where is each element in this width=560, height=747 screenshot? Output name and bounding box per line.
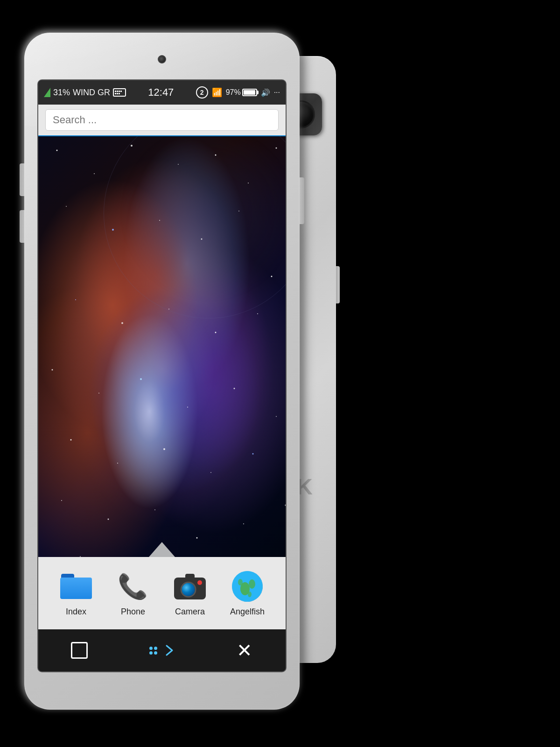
svg-point-34 [285, 505, 286, 506]
app-item-angelfish[interactable]: Angelfish [230, 570, 265, 617]
nav-launcher-button[interactable] [149, 637, 175, 663]
battery-container: 97% [226, 88, 257, 97]
power-button[interactable] [300, 177, 304, 224]
battery-percent: 97% [226, 88, 241, 97]
phone-handset-icon: 📞 [118, 572, 148, 601]
svg-point-30 [108, 519, 109, 520]
svg-point-32 [196, 537, 198, 539]
phone-dial-icon: 📞 [116, 570, 150, 603]
camera-icon-container [174, 574, 206, 599]
app-item-phone[interactable]: 📞 Phone [116, 570, 150, 617]
svg-point-13 [75, 299, 76, 300]
nav-home-button[interactable] [66, 637, 92, 663]
app-drawer-button[interactable] [149, 542, 175, 557]
folder-icon [60, 574, 92, 599]
phone-front: 31% WIND GR 12:47 2 📶 97% [24, 33, 300, 710]
svg-point-43 [238, 579, 243, 585]
notification-badge: 2 [196, 86, 208, 99]
search-bar-container [38, 105, 286, 136]
overflow-menu-icon: ··· [274, 88, 280, 97]
launcher-dots-icon [149, 647, 157, 655]
search-input[interactable] [45, 109, 279, 131]
status-right: 2 📶 97% 🔊 ··· [196, 86, 280, 99]
volume-down-button[interactable] [20, 210, 24, 243]
svg-point-31 [154, 509, 155, 510]
front-camera-icon [158, 55, 166, 63]
battery-icon [242, 89, 257, 96]
wallpaper [38, 136, 286, 559]
globe-icon [232, 571, 263, 602]
app-label-index: Index [66, 607, 86, 617]
app-label-angelfish: Angelfish [230, 607, 265, 617]
svg-point-33 [243, 523, 244, 524]
svg-point-7 [66, 206, 67, 207]
svg-point-28 [252, 453, 254, 455]
wifi-icon: 📶 [212, 87, 222, 98]
camera-lens-front-icon [181, 582, 196, 598]
app-dock: Index 📞 Phone Camer [38, 557, 286, 629]
home-square-icon [71, 642, 88, 659]
svg-point-18 [52, 369, 53, 371]
svg-point-23 [276, 416, 277, 417]
keyboard-icon [113, 88, 126, 97]
app-item-camera[interactable]: Camera [173, 570, 207, 617]
app-label-camera: Camera [175, 607, 205, 617]
svg-point-42 [249, 579, 255, 589]
launcher-arrow-icon [157, 643, 174, 657]
status-left: 31% WIND GR [44, 88, 126, 98]
svg-point-24 [70, 439, 72, 441]
camera-app-icon [173, 570, 207, 603]
angelfish-icon [231, 570, 264, 603]
signal-percent: 31% [53, 88, 70, 98]
close-x-icon: ✕ [237, 641, 252, 660]
nebula-center [100, 284, 224, 453]
nav-bar: ✕ [38, 629, 286, 671]
folder-body [60, 578, 92, 599]
index-icon [59, 570, 93, 603]
volume-status-icon: 🔊 [261, 88, 270, 97]
carrier-name: WIND GR [73, 88, 110, 98]
phone-screen: 31% WIND GR 12:47 2 📶 97% [37, 79, 287, 672]
app-label-phone: Phone [121, 607, 145, 617]
nav-close-button[interactable]: ✕ [231, 637, 258, 663]
battery-fill [244, 90, 255, 95]
app-item-index[interactable]: Index [59, 570, 93, 617]
clock: 12:47 [148, 86, 174, 99]
volume-up-button[interactable] [20, 163, 24, 196]
svg-point-0 [56, 150, 58, 151]
globe-svg [232, 571, 263, 602]
signal-icon [44, 88, 50, 97]
side-button [336, 266, 340, 303]
svg-point-44 [248, 592, 252, 597]
svg-point-29 [61, 500, 62, 501]
status-bar: 31% WIND GR 12:47 2 📶 97% [38, 80, 286, 105]
camera-record-dot-icon [197, 580, 202, 585]
svg-point-1 [94, 173, 95, 174]
